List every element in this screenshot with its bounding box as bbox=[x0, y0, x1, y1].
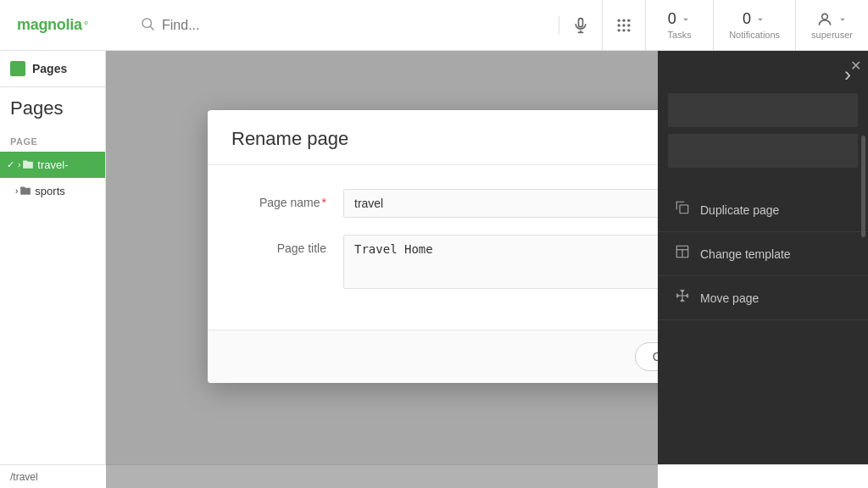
right-panel-arrow-btn[interactable]: › bbox=[658, 51, 868, 93]
search-icon bbox=[140, 16, 155, 35]
check-icon: ✓ bbox=[7, 159, 14, 170]
svg-rect-2 bbox=[579, 18, 583, 26]
svg-point-0 bbox=[142, 19, 152, 28]
right-panel-close-button[interactable]: ✕ bbox=[850, 58, 861, 74]
sidebar-item-travel[interactable]: ✓ › travel- bbox=[0, 152, 105, 178]
sidebar-header: Pages bbox=[0, 51, 105, 87]
logo-text: magnolia bbox=[17, 16, 82, 34]
logo-area: magnolia° bbox=[0, 16, 127, 34]
sidebar-item-travel-label: travel- bbox=[37, 158, 68, 171]
change-template-item[interactable]: Change template bbox=[658, 232, 868, 276]
panel-block-2 bbox=[668, 134, 858, 168]
search-area[interactable] bbox=[127, 16, 559, 35]
page-name-input[interactable] bbox=[343, 189, 658, 218]
svg-line-1 bbox=[150, 26, 153, 30]
page-name-label: Page name* bbox=[242, 189, 343, 209]
status-path: /travel bbox=[10, 471, 38, 483]
panel-block-1 bbox=[668, 93, 858, 127]
sidebar-app-name: Pages bbox=[32, 62, 67, 75]
svg-point-6 bbox=[622, 19, 625, 21]
move-page-label: Move page bbox=[700, 291, 759, 305]
sidebar-section-title: Page bbox=[0, 126, 105, 152]
dialog-header: Rename page ✕ bbox=[208, 110, 658, 165]
topbar: magnolia° bbox=[0, 0, 868, 51]
magnolia-logo: magnolia° bbox=[17, 16, 88, 34]
notifications-button[interactable]: 0 Notifications bbox=[714, 0, 796, 51]
folder-icon-sports bbox=[19, 185, 31, 197]
svg-point-10 bbox=[627, 24, 630, 26]
template-icon bbox=[675, 244, 690, 263]
change-template-label: Change template bbox=[700, 247, 791, 261]
page-name-row: Page name* bbox=[242, 189, 658, 218]
mic-button[interactable] bbox=[559, 0, 603, 51]
right-panel-scrollbar[interactable] bbox=[861, 136, 865, 237]
sidebar-item-sports-label: sports bbox=[35, 185, 64, 197]
user-menu-button[interactable]: superuser bbox=[796, 0, 868, 51]
sidebar-item-sports[interactable]: › sports bbox=[0, 178, 105, 204]
pages-app-icon bbox=[10, 61, 25, 76]
cancel-button[interactable]: Cancel bbox=[635, 342, 658, 371]
content-area: Rename page ✕ Page name* Page title Trav… bbox=[106, 51, 658, 488]
svg-point-12 bbox=[622, 29, 625, 31]
svg-rect-15 bbox=[680, 205, 688, 214]
svg-point-11 bbox=[618, 29, 620, 31]
arrow-right-icon: › bbox=[18, 160, 20, 169]
page-title-input[interactable]: Travel Home bbox=[343, 235, 658, 289]
sidebar-pages-heading: Pages bbox=[0, 87, 105, 126]
svg-point-8 bbox=[618, 24, 620, 26]
svg-point-14 bbox=[821, 14, 827, 19]
right-panel-menu: Duplicate page Change template bbox=[658, 188, 868, 320]
page-title-row: Page title Travel Home bbox=[242, 235, 658, 289]
move-icon bbox=[675, 288, 690, 308]
sidebar: Pages Pages Page ✓ › travel- › bbox=[0, 51, 106, 488]
dialog-footer: Cancel Save changes bbox=[208, 330, 658, 383]
duplicate-page-label: Duplicate page bbox=[700, 203, 779, 217]
tasks-button[interactable]: 0 Tasks bbox=[646, 0, 714, 51]
duplicate-icon bbox=[675, 200, 690, 219]
logo-suffix: ° bbox=[84, 19, 89, 32]
search-input[interactable] bbox=[162, 18, 546, 33]
svg-point-13 bbox=[627, 29, 630, 31]
dialog-body: Page name* Page title Travel Home bbox=[208, 165, 658, 330]
folder-icon bbox=[22, 158, 34, 171]
arrow-right-icon-sports: › bbox=[15, 186, 18, 196]
duplicate-page-item[interactable]: Duplicate page bbox=[658, 188, 868, 232]
page-title-label: Page title bbox=[242, 235, 343, 255]
svg-point-5 bbox=[618, 19, 620, 21]
move-page-item[interactable]: Move page bbox=[658, 276, 868, 320]
svg-point-9 bbox=[622, 24, 625, 26]
apps-button[interactable] bbox=[603, 0, 646, 51]
dialog-title: Rename page bbox=[231, 128, 348, 150]
svg-point-7 bbox=[627, 19, 630, 21]
rename-page-dialog: Rename page ✕ Page name* Page title Trav… bbox=[208, 110, 658, 383]
right-panel: ✕ › Duplicate page bbox=[658, 51, 868, 488]
